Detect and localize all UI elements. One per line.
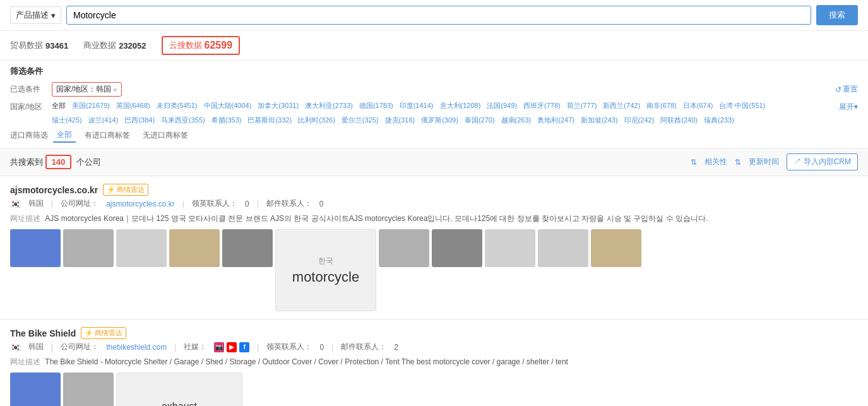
image-gallery-2: exhaust davidson — [10, 373, 858, 406]
country-option-belgium[interactable]: 比利时(326) — [295, 115, 338, 126]
country-option-italy[interactable]: 意大利(1208) — [437, 100, 484, 111]
business-stat-value: 232052 — [119, 41, 146, 51]
importer-option-all[interactable]: 全部 — [53, 128, 76, 143]
selected-tag-country[interactable]: 国家/地区：韩国 × — [52, 82, 122, 97]
company-desc-1: 网址描述 AJS motorcycles Korea｜모데나 125 영국 모타… — [10, 213, 858, 224]
facebook-icon[interactable]: f — [239, 342, 249, 352]
country-option-newzealand[interactable]: 新西兰(742) — [600, 100, 643, 111]
cloud-stat[interactable]: 云搜数据 62599 — [162, 36, 241, 55]
search-input[interactable] — [66, 6, 811, 25]
country-option-brazil[interactable]: 巴西(384) — [122, 115, 157, 126]
country-option-indonesia[interactable]: 印尼(242) — [622, 115, 657, 126]
country-filter-row2: 瑞士(425) 波兰(414) 巴西(384) 马来西亚(355) 希腊(353… — [10, 115, 858, 126]
email-label-1: 邮件联系人： — [266, 198, 312, 209]
business-stat-label: 商业数据 — [83, 40, 116, 51]
importer-option-has-tag[interactable]: 有进口商标签 — [81, 129, 134, 142]
keyword-overlay-card: 한국 motorcycle — [275, 229, 376, 311]
trade-stat[interactable]: 贸易数据 93461 — [10, 40, 68, 51]
search-type-select[interactable]: 产品描述 ▾ — [10, 6, 61, 24]
company-meta-1: 🇰🇷 韩国 | 公司网址： ajsmotorcycles.co.kr | 领英联… — [10, 198, 858, 209]
sort-options: ⇅ 相关性 ⇅ 更新时间 ↗ 导入内部CRM — [691, 153, 858, 170]
instagram-icon[interactable]: 📷 — [214, 342, 224, 352]
country-options-row2: 瑞士(425) 波兰(414) 巴西(384) 马来西亚(355) 希腊(353… — [49, 115, 858, 126]
country-option-uae[interactable]: 阿联酋(240) — [658, 115, 700, 126]
country-filter-row1: 国家/地区 全部 美国(21679) 英国(6468) 未归类(5451) 中国… — [10, 100, 858, 112]
country-option-unclassified[interactable]: 未归类(5451) — [154, 100, 200, 111]
country-option-australia[interactable]: 澳大利亚(2733) — [302, 100, 355, 111]
website-label-1: 公司网址： — [61, 198, 98, 209]
overlay-keyword: motorcycle — [292, 269, 359, 285]
gallery-img-1-8[interactable] — [485, 229, 535, 267]
country-filter-label: 国家/地区 — [10, 100, 48, 112]
gallery-img-1-6[interactable] — [379, 229, 429, 267]
country-option-sweden[interactable]: 瑞典(233) — [701, 115, 737, 126]
sort-update-button[interactable]: 更新时间 — [749, 157, 779, 167]
country-option-taiwan[interactable]: 台湾·中国(551) — [716, 100, 768, 111]
company-name-1: ajsmotorcycles.co.kr — [10, 185, 98, 195]
sort-relevance-button[interactable]: 相关性 — [705, 157, 727, 167]
export-label: 导入内部CRM — [804, 157, 851, 166]
country-option-greece[interactable]: 希腊(353) — [209, 115, 244, 126]
gallery-img-1-10[interactable] — [591, 229, 641, 267]
country-option-vietnam[interactable]: 越南(263) — [499, 115, 534, 126]
company-card-2: The Bike Shield ⚡ 商情雷达 🇰🇷 韩国 | 公司网址： the… — [0, 319, 868, 406]
selected-label: 已选条件 — [10, 84, 48, 95]
company-badge-2[interactable]: ⚡ 商情雷达 — [81, 327, 126, 339]
gallery-img-1-7[interactable] — [432, 229, 482, 267]
country-option-swiss[interactable]: 瑞士(425) — [49, 115, 85, 126]
refresh-icon: ↺ — [835, 85, 841, 94]
keyword-overlay-card-2: exhaust davidson — [116, 373, 242, 406]
country-option-czech[interactable]: 捷克(316) — [383, 115, 418, 126]
result-count-prefix: 共搜索到 — [10, 157, 43, 167]
country-option-netherlands[interactable]: 荷兰(777) — [564, 100, 600, 111]
country-option-canada[interactable]: 加拿大(3031) — [255, 100, 301, 111]
gallery-img-1-3[interactable] — [116, 229, 167, 267]
search-type-label: 产品描述 — [16, 9, 49, 21]
close-icon[interactable]: × — [113, 86, 117, 93]
country-option-pakistan[interactable]: 巴基斯坦(332) — [245, 115, 294, 126]
export-crm-button[interactable]: ↗ 导入内部CRM — [787, 153, 858, 170]
gallery-img-1-5[interactable] — [222, 229, 273, 267]
country-option-china[interactable]: 中国大陆(4004) — [201, 100, 254, 111]
country-option-germany[interactable]: 德国(1783) — [357, 100, 396, 111]
country-option-usa[interactable]: 美国(21679) — [69, 100, 112, 111]
gallery-img-2-1[interactable] — [10, 373, 61, 406]
country-option-southafrica[interactable]: 南非(678) — [644, 100, 679, 111]
reset-button[interactable]: ↺ 重置 — [835, 84, 858, 95]
youtube-icon[interactable]: ▶ — [227, 342, 237, 352]
search-button[interactable]: 搜索 — [816, 5, 858, 25]
gallery-img-1-9[interactable] — [538, 229, 588, 267]
company-badge-1[interactable]: ⚡ 商情雷达 — [103, 184, 148, 196]
gallery-img-1-4[interactable] — [169, 229, 220, 267]
country-option-singapore[interactable]: 新加坡(243) — [578, 115, 621, 126]
country-option-ireland[interactable]: 爱尔兰(325) — [339, 115, 381, 126]
country-option-japan[interactable]: 日本(674) — [681, 100, 716, 111]
flag-2: 🇰🇷 — [10, 342, 21, 352]
result-count-value: 140 — [45, 155, 72, 169]
country-option-malaysia[interactable]: 马来西亚(355) — [158, 115, 208, 126]
country-option-all[interactable]: 全部 — [49, 100, 68, 111]
website-link-2[interactable]: thebikeshield.com — [106, 343, 167, 352]
country-option-austria[interactable]: 奥地利(247) — [535, 115, 577, 126]
trade-stat-label: 贸易数据 — [10, 40, 43, 51]
country-1: 韩国 — [28, 198, 44, 209]
gallery-img-1-1[interactable] — [10, 229, 61, 267]
country-option-poland[interactable]: 波兰(414) — [86, 115, 121, 126]
country-option-france[interactable]: 法国(949) — [484, 100, 520, 111]
gallery-img-2-2[interactable] — [63, 373, 114, 406]
country-filter-label-empty — [10, 115, 48, 116]
business-stat[interactable]: 商业数据 232052 — [83, 40, 146, 51]
expand-button[interactable]: 展开▾ — [839, 100, 858, 112]
country-option-thailand[interactable]: 泰国(270) — [462, 115, 497, 126]
company-header-2: The Bike Shield ⚡ 商情雷达 — [10, 327, 858, 339]
website-link-1[interactable]: ajsmotorcycles.co.kr — [106, 200, 175, 208]
export-icon: ↗ — [794, 157, 801, 166]
importer-option-no-tag[interactable]: 无进口商标签 — [139, 129, 192, 142]
country-option-india[interactable]: 印度(1414) — [397, 100, 436, 111]
linkedin-count-1: 0 — [245, 200, 249, 208]
country-option-spain[interactable]: 西班牙(778) — [521, 100, 563, 111]
country-option-uk[interactable]: 英国(6468) — [114, 100, 153, 111]
result-count-unit: 个公司 — [76, 157, 101, 167]
country-option-russia[interactable]: 俄罗斯(309) — [419, 115, 461, 126]
gallery-img-1-2[interactable] — [63, 229, 114, 267]
